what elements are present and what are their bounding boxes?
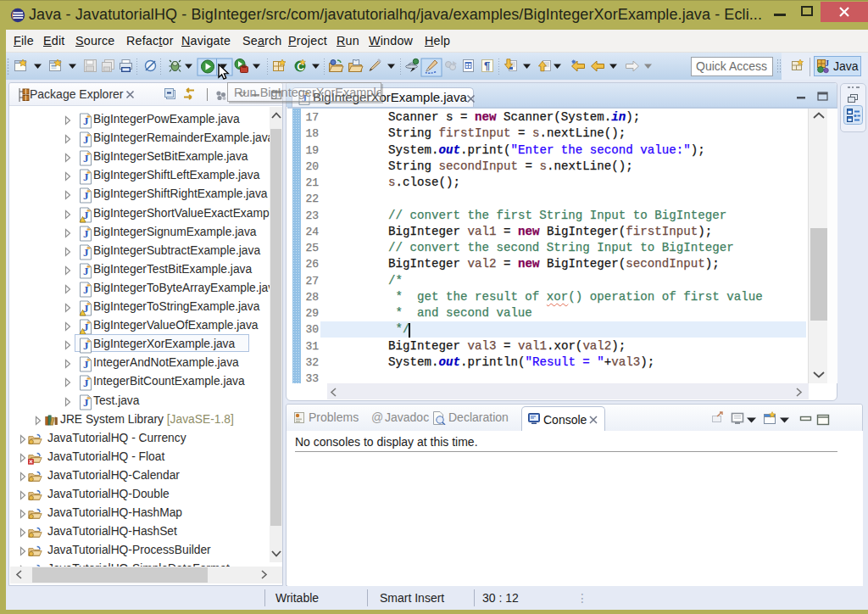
svg-text:J: J xyxy=(825,59,829,68)
svg-text:¶: ¶ xyxy=(484,59,490,72)
